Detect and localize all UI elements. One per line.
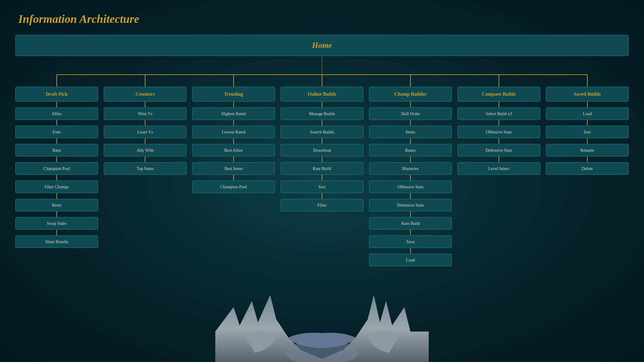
v-line-top-champ-builder bbox=[410, 74, 411, 87]
v-connector-compare-builds-1 bbox=[499, 120, 499, 126]
column-saved-builds: Saved BuildsLoadSortRenameDelete bbox=[546, 74, 629, 175]
v-connector-draft-pick-5 bbox=[56, 193, 57, 199]
child-node-trending-3[interactable]: Best Items bbox=[192, 162, 275, 175]
child-node-online-builds-3[interactable]: Rate Build bbox=[281, 162, 363, 175]
v-connector-champ-builder-2 bbox=[410, 138, 411, 144]
child-node-online-builds-2[interactable]: Download bbox=[281, 144, 363, 157]
child-node-compare-builds-2[interactable]: Defensive Stats bbox=[457, 144, 540, 157]
child-node-trending-4[interactable]: Champion Pool bbox=[192, 180, 275, 193]
v-connector-draft-pick-2 bbox=[56, 138, 57, 144]
cat-node-saved-builds[interactable]: Saved Builds bbox=[546, 87, 629, 102]
child-node-saved-builds-0[interactable]: Load bbox=[546, 107, 629, 120]
column-champ-builder: Champ BuilderSkill OrderItemsRunesMaster… bbox=[369, 74, 452, 266]
child-node-counters-3[interactable]: Top Items bbox=[104, 162, 187, 175]
home-node: Home bbox=[15, 35, 629, 56]
v-connector-draft-pick-7 bbox=[56, 230, 57, 235]
v-connector-online-builds-1 bbox=[322, 120, 322, 126]
cat-node-champ-builder[interactable]: Champ Builder bbox=[369, 87, 452, 102]
v-connector-trending-1 bbox=[233, 120, 234, 126]
child-node-trending-1[interactable]: Lowest Rated bbox=[192, 126, 275, 138]
cat-node-compare-builds[interactable]: Compare Builds bbox=[457, 87, 540, 102]
v-connector-online-builds-3 bbox=[322, 157, 322, 162]
child-node-counters-2[interactable]: Ally With bbox=[104, 144, 187, 157]
v-connector-online-builds-0 bbox=[322, 102, 322, 107]
v-connector-draft-pick-1 bbox=[56, 120, 57, 126]
child-node-online-builds-0[interactable]: Manage Builds bbox=[281, 107, 363, 120]
v-connector-draft-pick-3 bbox=[56, 157, 57, 162]
v-connector-online-builds-4 bbox=[322, 175, 322, 180]
child-node-counters-0[interactable]: Wins Vs bbox=[104, 107, 187, 120]
v-connector-champ-builder-4 bbox=[410, 175, 411, 180]
v-connector-champ-builder-6 bbox=[410, 211, 411, 217]
child-node-draft-pick-6[interactable]: Swap Sides bbox=[15, 217, 98, 230]
children-champ-builder: Skill OrderItemsRunesMasteriesOffensive … bbox=[369, 102, 452, 266]
child-node-saved-builds-2[interactable]: Rename bbox=[546, 144, 629, 157]
v-line-top-compare-builds bbox=[499, 74, 499, 87]
v-connector-saved-builds-2 bbox=[587, 138, 588, 144]
child-node-draft-pick-4[interactable]: Filter Champs bbox=[15, 180, 98, 193]
child-node-online-builds-5[interactable]: Filter bbox=[281, 199, 363, 211]
child-node-draft-pick-3[interactable]: Champion Pool bbox=[15, 162, 98, 175]
v-line-top-draft-pick bbox=[56, 74, 57, 87]
v-connector-saved-builds-0 bbox=[587, 102, 588, 107]
column-counters: CountersWins VsLoses VsAlly WithTop Item… bbox=[104, 74, 187, 175]
v-connector-champ-builder-0 bbox=[410, 102, 411, 107]
child-node-champ-builder-5[interactable]: Defensive Stats bbox=[369, 199, 452, 211]
child-node-draft-pick-1[interactable]: Foes bbox=[15, 126, 98, 138]
v-connector-counters-3 bbox=[145, 157, 145, 162]
v-line-top-online-builds bbox=[322, 74, 322, 87]
child-node-saved-builds-3[interactable]: Delete bbox=[546, 162, 629, 175]
v-connector-trending-2 bbox=[233, 138, 234, 144]
cat-node-draft-pick[interactable]: Draft Pick bbox=[15, 87, 98, 102]
children-online-builds: Manage BuildsSearch BuildsDownloadRate B… bbox=[281, 102, 363, 211]
child-node-compare-builds-3[interactable]: Level Select bbox=[457, 162, 540, 175]
column-draft-pick: Draft PickAlliesFoesBansChampion PoolFil… bbox=[15, 74, 98, 248]
children-trending: Highest RatedLowest RatedBest AlliesBest… bbox=[192, 102, 275, 193]
column-compare-builds: Compare BuildsSelect Build x3Offensive S… bbox=[457, 74, 540, 175]
child-node-draft-pick-7[interactable]: Share Results bbox=[15, 235, 98, 248]
child-node-compare-builds-1[interactable]: Offensive Stats bbox=[457, 126, 540, 138]
v-connector-saved-builds-1 bbox=[587, 120, 588, 126]
child-node-trending-2[interactable]: Best Allies bbox=[192, 144, 275, 157]
child-node-champ-builder-3[interactable]: Masteries bbox=[369, 162, 452, 175]
children-compare-builds: Select Build x3Offensive StatsDefensive … bbox=[457, 102, 540, 175]
v-connector-draft-pick-0 bbox=[56, 102, 57, 107]
v-connector-online-builds-5 bbox=[322, 193, 322, 199]
child-node-online-builds-4[interactable]: Sort bbox=[281, 180, 363, 193]
cat-node-online-builds[interactable]: Online Builds bbox=[281, 87, 363, 102]
v-connector-saved-builds-3 bbox=[587, 157, 588, 162]
child-node-champ-builder-2[interactable]: Runes bbox=[369, 144, 452, 157]
child-node-compare-builds-0[interactable]: Select Build x3 bbox=[457, 107, 540, 120]
v-connector-champ-builder-7 bbox=[410, 230, 411, 235]
children-draft-pick: AlliesFoesBansChampion PoolFilter Champs… bbox=[15, 102, 98, 248]
v-connector-champ-builder-3 bbox=[410, 157, 411, 162]
child-node-draft-pick-0[interactable]: Allies bbox=[15, 107, 98, 120]
children-saved-builds: LoadSortRenameDelete bbox=[546, 102, 629, 175]
v-line-top-trending bbox=[233, 74, 234, 87]
child-node-saved-builds-1[interactable]: Sort bbox=[546, 126, 629, 138]
child-node-champ-builder-1[interactable]: Items bbox=[369, 126, 452, 138]
v-connector-champ-builder-1 bbox=[410, 120, 411, 126]
child-node-trending-0[interactable]: Highest Rated bbox=[192, 107, 275, 120]
child-node-online-builds-1[interactable]: Search Builds bbox=[281, 126, 363, 138]
v-connector-trending-4 bbox=[233, 175, 234, 180]
v-connector-compare-builds-0 bbox=[499, 102, 499, 107]
v-connector-counters-0 bbox=[145, 102, 145, 107]
child-node-champ-builder-8[interactable]: Load bbox=[369, 254, 452, 266]
child-node-champ-builder-0[interactable]: Skill Order bbox=[369, 107, 452, 120]
v-connector-counters-1 bbox=[145, 120, 145, 126]
v-connector-trending-3 bbox=[233, 157, 234, 162]
v-connector-champ-builder-8 bbox=[410, 248, 411, 254]
child-node-champ-builder-6[interactable]: Auto Build bbox=[369, 217, 452, 230]
child-node-champ-builder-7[interactable]: Save bbox=[369, 235, 452, 248]
bottom-decoration bbox=[215, 277, 429, 362]
cat-node-trending[interactable]: Trending bbox=[192, 87, 275, 102]
v-line-top-counters bbox=[145, 74, 145, 87]
cat-node-counters[interactable]: Counters bbox=[104, 87, 187, 102]
child-node-draft-pick-2[interactable]: Bans bbox=[15, 144, 98, 157]
child-node-draft-pick-5[interactable]: Reset bbox=[15, 199, 98, 211]
child-node-champ-builder-4[interactable]: Offensive Stats bbox=[369, 180, 452, 193]
v-connector-champ-builder-5 bbox=[410, 193, 411, 199]
child-node-counters-1[interactable]: Loses Vs bbox=[104, 126, 187, 138]
v-connector-counters-2 bbox=[145, 138, 145, 144]
